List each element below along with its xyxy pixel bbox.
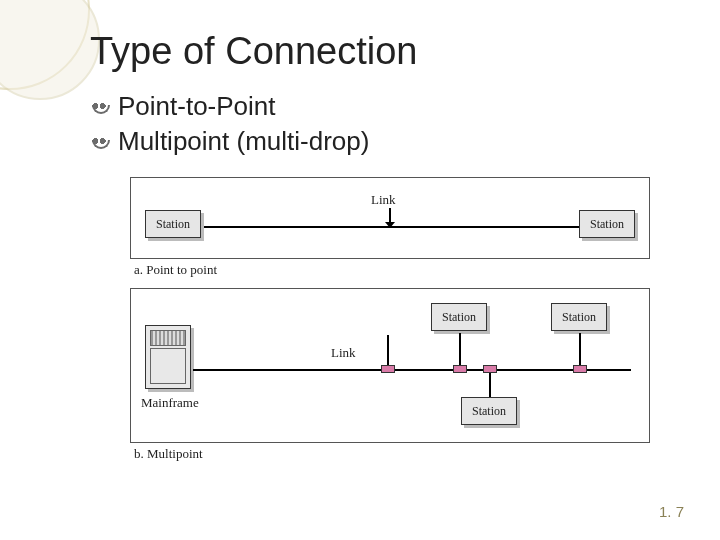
- panel-a-caption: a. Point to point: [134, 262, 650, 278]
- station-box-right: Station: [579, 210, 635, 238]
- page-number: 1. 7: [659, 503, 684, 520]
- station-box-3: Station: [461, 397, 517, 425]
- station-box-left: Station: [145, 210, 201, 238]
- tap-node: [483, 365, 497, 373]
- bullet-item: Point-to-Point: [90, 91, 670, 122]
- mainframe-box: [145, 325, 191, 389]
- link-label-b: Link: [331, 345, 356, 361]
- panel-b-caption: b. Multipoint: [134, 446, 650, 462]
- mainframe-label: Mainframe: [141, 395, 199, 411]
- station-box-1: Station: [431, 303, 487, 331]
- slide: Type of Connection Point-to-Point Multip…: [0, 0, 720, 540]
- link-label: Link: [371, 192, 396, 208]
- tap-node: [381, 365, 395, 373]
- panel-point-to-point: Link Station Station: [130, 177, 650, 259]
- drop-line: [489, 373, 491, 397]
- drop-line: [387, 335, 389, 365]
- figure: Link Station Station a. Point to point M…: [130, 177, 650, 462]
- bullet-item: Multipoint (multi-drop): [90, 126, 670, 157]
- drop-line: [459, 333, 461, 365]
- tap-node: [453, 365, 467, 373]
- multipoint-link-line: [193, 369, 631, 371]
- arrowhead-icon: [385, 222, 395, 228]
- panel-multipoint: Mainframe Link Station Station Station: [130, 288, 650, 443]
- slide-title: Type of Connection: [90, 30, 670, 73]
- tap-node: [573, 365, 587, 373]
- station-box-2: Station: [551, 303, 607, 331]
- drop-line: [579, 333, 581, 365]
- bullet-list: Point-to-Point Multipoint (multi-drop): [90, 91, 670, 157]
